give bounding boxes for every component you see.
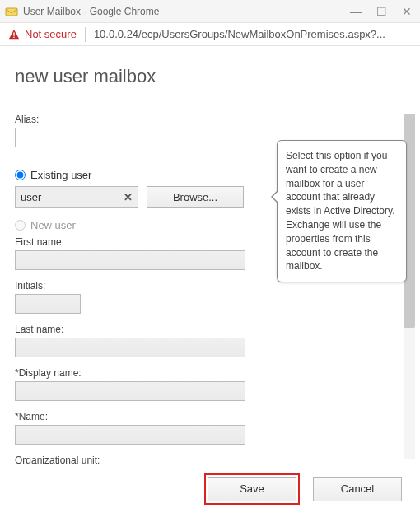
- first-name-label: First name:: [15, 236, 262, 248]
- initials-input: [15, 294, 81, 314]
- window-title: User Mailbox - Google Chrome: [23, 6, 350, 17]
- alias-label: Alias:: [15, 114, 262, 125]
- save-button[interactable]: Save: [208, 477, 296, 501]
- page-title: new user mailbox: [15, 66, 420, 87]
- existing-user-value: user: [21, 191, 41, 203]
- svg-rect-3: [13, 36, 14, 37]
- maximize-button[interactable]: ☐: [376, 5, 387, 18]
- existing-user-radio-row[interactable]: Existing user: [15, 169, 262, 181]
- window-titlebar: User Mailbox - Google Chrome — ☐ ✕: [0, 0, 420, 23]
- address-bar: Not secure 10.0.0.24/ecp/UsersGroups/New…: [0, 23, 420, 46]
- addressbar-divider: [85, 27, 86, 42]
- url-text[interactable]: 10.0.0.24/ecp/UsersGroups/NewMailboxOnPr…: [94, 28, 412, 40]
- not-secure-indicator[interactable]: Not secure: [8, 28, 77, 40]
- svg-rect-0: [6, 8, 17, 16]
- new-user-radio-row[interactable]: New user: [15, 219, 262, 231]
- initials-label: Initials:: [15, 280, 262, 291]
- cancel-button[interactable]: Cancel: [313, 477, 402, 501]
- alias-input[interactable]: [15, 128, 245, 147]
- first-name-input: [15, 250, 245, 270]
- browse-existing-user-button[interactable]: Browse...: [147, 186, 244, 208]
- close-button[interactable]: ✕: [402, 5, 412, 18]
- footer-bar: Save Cancel: [0, 464, 420, 513]
- display-name-input: [15, 381, 245, 401]
- existing-user-tooltip: Select this option if you want to create…: [277, 140, 407, 282]
- last-name-input: [15, 338, 245, 357]
- existing-user-label: Existing user: [30, 169, 91, 181]
- existing-user-radio[interactable]: [15, 170, 26, 180]
- not-secure-label: Not secure: [25, 28, 77, 40]
- name-label: *Name:: [15, 411, 262, 422]
- display-name-label: *Display name:: [15, 367, 262, 379]
- new-user-label: New user: [30, 219, 76, 231]
- last-name-label: Last name:: [15, 324, 262, 335]
- name-input: [15, 425, 245, 445]
- svg-rect-2: [13, 32, 14, 35]
- app-icon: [5, 5, 18, 18]
- existing-user-picker[interactable]: user ✕: [15, 186, 138, 208]
- new-user-radio[interactable]: [15, 220, 26, 231]
- save-highlight: Save: [204, 473, 300, 505]
- clear-icon[interactable]: ✕: [124, 191, 133, 203]
- minimize-button[interactable]: —: [350, 5, 362, 18]
- warning-icon: [8, 29, 20, 40]
